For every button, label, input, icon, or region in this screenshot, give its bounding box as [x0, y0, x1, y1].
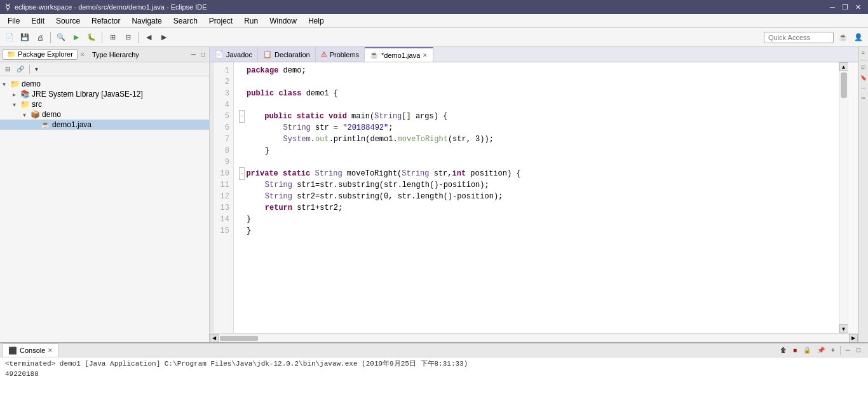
far-right-sidebar: ≡ ☑ 🔖 ─ ═: [858, 47, 868, 342]
hscrollbar-right-btn[interactable]: ▶: [849, 334, 858, 343]
sidebar-toolbar-sep: [29, 65, 30, 74]
fold-marker-10[interactable]: -: [239, 167, 245, 180]
minimize-button[interactable]: ─: [827, 2, 837, 12]
menu-bar: File Edit Source Refactor Navigate Searc…: [0, 14, 868, 28]
sidebar-link-btn[interactable]: 🔗: [14, 64, 27, 74]
toolbar-perspective-java-btn[interactable]: ☕: [836, 31, 850, 45]
far-right-btn-5[interactable]: ═: [859, 93, 868, 102]
sidebar-collapse-btn[interactable]: ⊟: [3, 64, 13, 74]
tree-item-demo-root[interactable]: ▾ 📁 demo: [0, 79, 209, 89]
title-bar: ☿ eclipse-workspace - demo/src/demo/demo…: [0, 0, 868, 14]
far-right-btn-1[interactable]: ≡: [859, 48, 868, 57]
tab-declaration-label: Declaration: [275, 51, 310, 59]
menu-help[interactable]: Help: [303, 15, 329, 27]
sidebar-tab-type-hierarchy[interactable]: Type Hierarchy: [88, 50, 144, 60]
far-right-sep: [860, 60, 867, 60]
tree-arrow-demo: ▾: [3, 81, 10, 88]
toolbar-views-btn[interactable]: ⊟: [121, 31, 135, 45]
console-pin-btn[interactable]: 📌: [815, 345, 827, 355]
tab-problems-label: Problems: [330, 51, 359, 59]
menu-run[interactable]: Run: [239, 15, 263, 27]
tree-item-demo1-java[interactable]: ☕ demo1.java: [0, 120, 209, 130]
scrollbar-up-btn[interactable]: ▲: [839, 62, 848, 71]
toolbar-new-btn[interactable]: 📄: [3, 31, 17, 45]
sidebar-filter-btn[interactable]: ▾: [32, 64, 41, 74]
tree-item-src[interactable]: ▾ 📁 src: [0, 99, 209, 109]
tab-problems[interactable]: ⚠ Problems: [316, 47, 365, 62]
sidebar: 📁 Package Explorer ✕ Type Hierarchy ─ □ …: [0, 47, 210, 342]
right-panel: 📄 Javadoc 📋 Declaration ⚠ Problems ☕ *de…: [210, 47, 858, 342]
editor-scrollbar[interactable]: ▲ ▼: [839, 62, 848, 333]
right-gutter: [848, 62, 858, 333]
toolbar-user-btn[interactable]: 👤: [851, 31, 865, 45]
code-editor[interactable]: 123456789101112131415 package demo;publi…: [210, 62, 858, 333]
sidebar-tab-package-explorer[interactable]: 📁 Package Explorer: [3, 49, 78, 60]
console-minimize-btn[interactable]: ─: [843, 345, 853, 355]
code-line-12: String str2=str.substring(0, str.length(…: [239, 191, 834, 202]
far-right-btn-2[interactable]: ☑: [859, 63, 868, 72]
close-button[interactable]: ✕: [853, 2, 863, 12]
tree-arrow-src: ▾: [13, 101, 20, 108]
toolbar-search-btn[interactable]: 🔍: [54, 31, 68, 45]
editor-hscrollbar[interactable]: ◀ ▶: [210, 333, 858, 342]
app-icon: ☿: [5, 2, 11, 12]
tree-item-jre[interactable]: ▸ 📚 JRE System Library [JavaSE-12]: [0, 89, 209, 99]
toolbar-save-btn[interactable]: 💾: [18, 31, 32, 45]
toolbar-back-btn[interactable]: ◀: [142, 31, 156, 45]
tab-demo1-close[interactable]: ✕: [423, 52, 428, 59]
bottom-toolbar-sep: [840, 346, 841, 355]
tab-demo1-java[interactable]: ☕ *demo1.java ✕: [365, 47, 433, 62]
far-right-btn-3[interactable]: 🔖: [859, 73, 868, 82]
code-line-13: return str1+str2;: [239, 202, 834, 214]
toolbar-fwd-btn[interactable]: ▶: [157, 31, 171, 45]
toolbar-debug-btn[interactable]: 🐛: [85, 31, 98, 45]
bottom-tab-console-close[interactable]: ✕: [48, 347, 53, 354]
sidebar-maximize-btn[interactable]: □: [199, 50, 207, 59]
menu-source[interactable]: Source: [51, 15, 85, 27]
menu-edit[interactable]: Edit: [26, 15, 50, 27]
line-num-11: 11: [216, 179, 229, 191]
scrollbar-down-btn[interactable]: ▼: [839, 324, 848, 333]
bottom-tab-console[interactable]: ⬛ Console ✕: [3, 343, 58, 357]
scrollbar-thumb[interactable]: [841, 72, 847, 98]
toolbar-perspective-btn[interactable]: ⊞: [105, 31, 119, 45]
menu-navigate[interactable]: Navigate: [126, 15, 166, 27]
console-line-2: 49220188: [5, 369, 863, 379]
toolbar-print-btn[interactable]: 🖨: [33, 31, 47, 45]
sidebar-minimize-btn[interactable]: ─: [189, 50, 198, 59]
code-line-14: }: [239, 214, 834, 225]
toolbar-run-btn[interactable]: ▶: [69, 31, 83, 45]
hscrollbar-track[interactable]: [219, 335, 849, 341]
console-maximize-btn[interactable]: □: [854, 345, 863, 355]
hscrollbar-thumb[interactable]: [220, 336, 258, 341]
menu-search[interactable]: Search: [168, 15, 203, 27]
toolbar-sep-3: [138, 32, 139, 43]
console-terminate-btn[interactable]: ■: [790, 345, 799, 355]
menu-file[interactable]: File: [3, 15, 25, 27]
quick-access-input[interactable]: [764, 32, 834, 43]
console-new-btn[interactable]: +: [829, 345, 837, 355]
code-content[interactable]: package demo;public class demo1 {- publi…: [234, 62, 839, 333]
menu-window[interactable]: Window: [264, 15, 302, 27]
menu-project[interactable]: Project: [204, 15, 238, 27]
maximize-button[interactable]: ❐: [840, 2, 850, 12]
far-right-btn-4[interactable]: ─: [859, 83, 868, 92]
tab-declaration[interactable]: 📋 Declaration: [258, 47, 316, 62]
tree-icon-src: 📁: [20, 100, 30, 109]
code-line-6: String str = "20188492";: [239, 122, 834, 134]
fold-marker-5[interactable]: -: [239, 110, 245, 123]
hscrollbar-left-btn[interactable]: ◀: [210, 334, 219, 343]
tree-label-demo-pkg: demo: [42, 110, 61, 119]
toolbar-sep-1: [50, 32, 51, 43]
menu-refactor[interactable]: Refactor: [86, 15, 125, 27]
console-scroll-lock-btn[interactable]: 🔒: [801, 345, 813, 355]
code-line-7: System.out.println(demo1.moveToRight(str…: [239, 134, 834, 145]
bottom-panel: ⬛ Console ✕ 🗑 ■ 🔒 📌 + ─ □ <terminated> d…: [0, 342, 868, 393]
tree-item-demo-pkg[interactable]: ▾ 📦 demo: [0, 109, 209, 120]
sidebar-header: 📁 Package Explorer ✕ Type Hierarchy ─ □: [0, 47, 209, 62]
line-num-13: 13: [216, 202, 229, 214]
scrollbar-track[interactable]: [839, 71, 848, 324]
tree-label-jre: JRE System Library [JavaSE-12]: [32, 90, 143, 99]
console-clear-btn[interactable]: 🗑: [778, 345, 789, 355]
tab-javadoc[interactable]: 📄 Javadoc: [210, 47, 258, 62]
